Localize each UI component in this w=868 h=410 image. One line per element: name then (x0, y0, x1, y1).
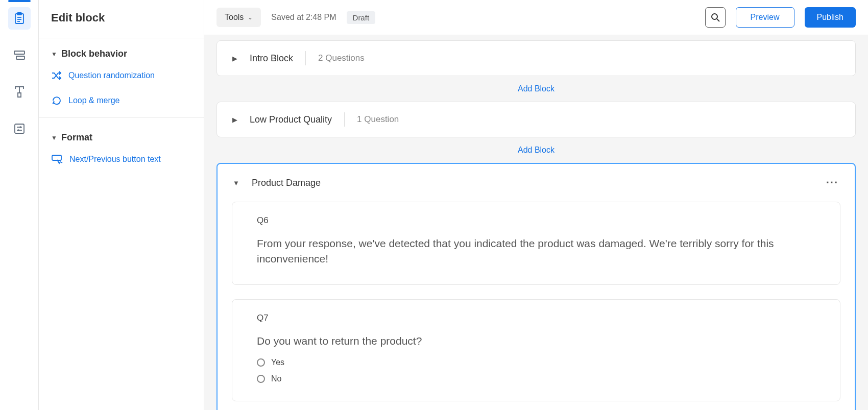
option-label: No (271, 374, 281, 383)
radio-icon (257, 358, 265, 367)
svg-point-12 (17, 129, 19, 131)
preview-button[interactable]: Preview (736, 7, 794, 28)
svg-line-15 (717, 19, 719, 21)
question-q7[interactable]: Q7 Do you want to return the product? Ye… (232, 299, 840, 401)
link-label: Question randomization (68, 71, 155, 80)
svg-rect-5 (14, 51, 25, 54)
option-list: Yes No (257, 358, 815, 383)
question-id: Q6 (257, 215, 815, 226)
link-question-randomization[interactable]: Question randomization (39, 63, 204, 88)
search-button[interactable] (705, 7, 726, 28)
add-block-row: Add Block (216, 137, 856, 163)
link-label: Next/Previous button text (69, 155, 161, 164)
option-label: Yes (271, 358, 284, 367)
caret-right-icon[interactable]: ▶ (230, 116, 237, 124)
rail-options-icon[interactable] (8, 117, 31, 140)
status-badge: Draft (347, 11, 376, 24)
toolbar: Tools ⌄ Saved at 2:48 PM Draft Preview P… (204, 0, 868, 35)
separator (344, 112, 345, 127)
tools-dropdown[interactable]: Tools ⌄ (216, 8, 261, 27)
question-id: Q7 (257, 313, 815, 323)
divider (39, 117, 204, 118)
link-next-prev-button-text[interactable]: Next/Previous button text (39, 147, 204, 172)
option-no[interactable]: No (257, 374, 815, 383)
question-text: Do you want to return the product? (257, 333, 815, 349)
main-column: Tools ⌄ Saved at 2:48 PM Draft Preview P… (204, 0, 868, 410)
tools-label: Tools (225, 13, 244, 22)
question-q6[interactable]: Q6 From your response, we've detected th… (232, 202, 840, 285)
section-heading: Block behavior (61, 49, 127, 59)
saved-timestamp: Saved at 2:48 PM (271, 13, 336, 22)
block-more-menu[interactable]: ··· (823, 174, 841, 191)
section-format[interactable]: ▼ Format (39, 122, 204, 147)
add-block-link[interactable]: Add Block (518, 146, 554, 154)
survey-canvas: ▶ Intro Block 2 Questions Add Block ▶ Lo… (204, 35, 868, 410)
svg-point-10 (19, 126, 21, 128)
rail-flow-icon[interactable] (8, 44, 31, 66)
caret-right-icon[interactable]: ▶ (230, 55, 237, 62)
separator (305, 51, 306, 65)
section-block-behavior[interactable]: ▼ Block behavior (39, 38, 204, 63)
cursor-box-icon (51, 154, 63, 164)
caret-down-icon[interactable]: ▼ (231, 179, 239, 187)
chevron-down-icon: ⌄ (248, 14, 253, 21)
section-heading: Format (61, 132, 92, 143)
block-header: ▼ Product Damage ··· (218, 164, 855, 202)
caret-down-icon: ▼ (51, 134, 57, 141)
question-text: From your response, we've detected that … (257, 236, 815, 267)
svg-rect-6 (16, 56, 25, 59)
block-meta: 2 Questions (318, 53, 365, 63)
block-title: Product Damage (252, 178, 321, 188)
option-yes[interactable]: Yes (257, 358, 815, 367)
block-meta: 1 Question (357, 114, 399, 125)
link-label: Loop & merge (68, 96, 120, 105)
shuffle-icon (51, 70, 62, 81)
add-block-row: Add Block (216, 76, 856, 102)
rail-survey-icon[interactable] (8, 7, 31, 30)
search-icon (711, 13, 720, 22)
svg-rect-13 (52, 155, 61, 160)
svg-point-14 (712, 14, 717, 19)
rail-theme-icon[interactable] (8, 81, 31, 103)
block-title: Intro Block (250, 53, 293, 64)
block-intro[interactable]: ▶ Intro Block 2 Questions (216, 40, 856, 76)
block-title: Low Product Quality (250, 114, 332, 125)
loop-icon (51, 95, 62, 106)
radio-icon (257, 375, 265, 383)
question-list: Q6 From your response, we've detected th… (218, 202, 855, 410)
block-low-quality[interactable]: ▶ Low Product Quality 1 Question (216, 102, 856, 137)
link-loop-merge[interactable]: Loop & merge (39, 88, 204, 113)
svg-rect-8 (15, 124, 24, 133)
publish-button[interactable]: Publish (805, 7, 856, 28)
block-product-damage: ▼ Product Damage ··· Q6 From your respon… (216, 163, 856, 410)
add-block-link[interactable]: Add Block (518, 84, 554, 93)
sidebar-panel: Edit block ▼ Block behavior Question ran… (39, 0, 204, 410)
sidebar-title: Edit block (39, 0, 204, 38)
icon-rail (0, 0, 39, 410)
caret-down-icon: ▼ (51, 51, 57, 58)
